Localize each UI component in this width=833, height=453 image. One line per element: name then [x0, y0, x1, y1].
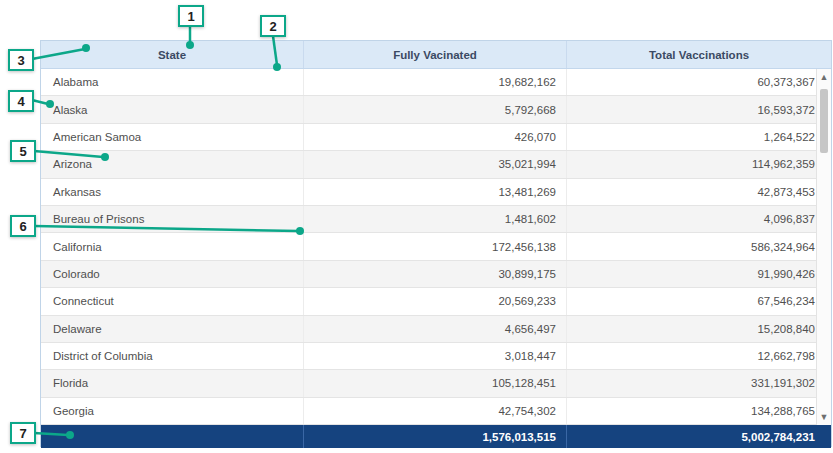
summary-cell-total-vaccinations: 5,002,784,231 — [566, 425, 831, 448]
table-row[interactable]: Alabama 19,682,162 60,373,367 — [41, 69, 831, 96]
vertical-scrollbar[interactable]: ▲ ▼ — [816, 69, 831, 425]
cell-total-vaccinations: 16,593,372 — [566, 96, 831, 122]
cell-total-vaccinations: 42,873,453 — [566, 179, 831, 205]
annotated-table-screenshot: State Fully Vacinated Total Vaccinations… — [0, 0, 833, 453]
cell-state: Colorado — [41, 261, 303, 287]
column-header-state[interactable]: State — [41, 41, 303, 68]
cell-fully-vacinated: 20,569,233 — [303, 288, 566, 314]
cell-state: American Samoa — [41, 124, 303, 150]
cell-state: California — [41, 233, 303, 259]
callout-4: 4 — [8, 90, 34, 112]
cell-state: Alabama — [41, 69, 303, 95]
table-row[interactable]: Connecticut 20,569,233 67,546,234 — [41, 288, 831, 315]
summary-cell-fully-vacinated: 1,576,013,515 — [303, 425, 566, 448]
cell-total-vaccinations: 4,096,837 — [566, 206, 831, 232]
table-row[interactable]: Georgia 42,754,302 134,288,765 — [41, 398, 831, 425]
scrollbar-thumb[interactable] — [820, 89, 828, 153]
table-row[interactable]: Alaska 5,792,668 16,593,372 — [41, 96, 831, 123]
cell-total-vaccinations: 331,191,302 — [566, 370, 831, 396]
cell-total-vaccinations: 67,546,234 — [566, 288, 831, 314]
callout-1: 1 — [178, 5, 204, 27]
cell-fully-vacinated: 35,021,994 — [303, 151, 566, 177]
table-row[interactable]: Arkansas 13,481,269 42,873,453 — [41, 179, 831, 206]
callout-2: 2 — [260, 15, 286, 37]
table-body: Alabama 19,682,162 60,373,367 Alaska 5,7… — [41, 69, 831, 425]
cell-fully-vacinated: 105,128,451 — [303, 370, 566, 396]
cell-fully-vacinated: 19,682,162 — [303, 69, 566, 95]
summary-row: 1,576,013,515 5,002,784,231 — [41, 425, 831, 448]
table-header-row: State Fully Vacinated Total Vaccinations — [41, 41, 831, 69]
cell-total-vaccinations: 1,264,522 — [566, 124, 831, 150]
cell-total-vaccinations: 586,324,964 — [566, 233, 831, 259]
cell-fully-vacinated: 426,070 — [303, 124, 566, 150]
cell-state: Connecticut — [41, 288, 303, 314]
cell-state: District of Columbia — [41, 343, 303, 369]
cell-fully-vacinated: 172,456,138 — [303, 233, 566, 259]
table-row[interactable]: District of Columbia 3,018,447 12,662,79… — [41, 343, 831, 370]
cell-fully-vacinated: 5,792,668 — [303, 96, 566, 122]
table-row[interactable]: Delaware 4,656,497 15,208,840 — [41, 316, 831, 343]
callout-3: 3 — [8, 49, 34, 71]
table-row[interactable]: California 172,456,138 586,324,964 — [41, 233, 831, 260]
table-row[interactable]: Colorado 30,899,175 91,990,426 — [41, 261, 831, 288]
summary-cell-empty — [41, 425, 303, 448]
cell-state: Delaware — [41, 316, 303, 342]
cell-fully-vacinated: 3,018,447 — [303, 343, 566, 369]
cell-state: Arizona — [41, 151, 303, 177]
cell-total-vaccinations: 15,208,840 — [566, 316, 831, 342]
cell-state: Arkansas — [41, 179, 303, 205]
cell-fully-vacinated: 30,899,175 — [303, 261, 566, 287]
table-row[interactable]: American Samoa 426,070 1,264,522 — [41, 124, 831, 151]
table-row[interactable]: Florida 105,128,451 331,191,302 — [41, 370, 831, 397]
cell-fully-vacinated: 42,754,302 — [303, 398, 566, 424]
data-table: State Fully Vacinated Total Vaccinations… — [40, 40, 832, 447]
scroll-up-icon[interactable]: ▲ — [817, 70, 831, 84]
scroll-down-icon[interactable]: ▼ — [817, 410, 831, 424]
column-header-total-vaccinations[interactable]: Total Vaccinations — [566, 41, 831, 68]
table-row[interactable]: Bureau of Prisons 1,481,602 4,096,837 — [41, 206, 831, 233]
cell-total-vaccinations: 134,288,765 — [566, 398, 831, 424]
column-header-fully-vacinated[interactable]: Fully Vacinated — [303, 41, 566, 68]
callout-5: 5 — [10, 140, 36, 162]
cell-fully-vacinated: 4,656,497 — [303, 316, 566, 342]
cell-state: Florida — [41, 370, 303, 396]
cell-total-vaccinations: 60,373,367 — [566, 69, 831, 95]
callout-6: 6 — [10, 215, 36, 237]
callout-7: 7 — [10, 422, 36, 444]
cell-total-vaccinations: 12,662,798 — [566, 343, 831, 369]
cell-fully-vacinated: 1,481,602 — [303, 206, 566, 232]
cell-state: Bureau of Prisons — [41, 206, 303, 232]
cell-state: Alaska — [41, 96, 303, 122]
cell-state: Georgia — [41, 398, 303, 424]
cell-fully-vacinated: 13,481,269 — [303, 179, 566, 205]
table-row[interactable]: Arizona 35,021,994 114,962,359 — [41, 151, 831, 178]
cell-total-vaccinations: 114,962,359 — [566, 151, 831, 177]
cell-total-vaccinations: 91,990,426 — [566, 261, 831, 287]
